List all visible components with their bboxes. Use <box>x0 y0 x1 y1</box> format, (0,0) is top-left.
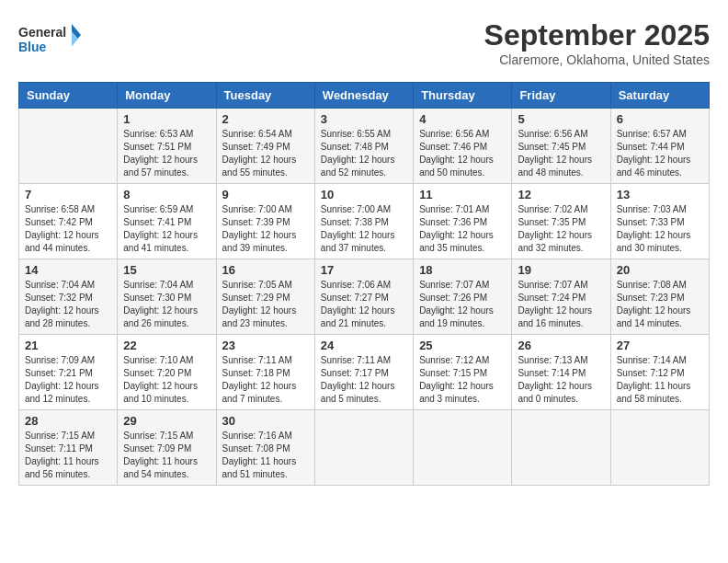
cell-info: Sunrise: 7:01 AM Sunset: 7:36 PM Dayligh… <box>419 203 506 255</box>
date-number: 17 <box>321 263 407 277</box>
calendar-cell: 11Sunrise: 7:01 AM Sunset: 7:36 PM Dayli… <box>414 184 512 259</box>
calendar-cell: 7Sunrise: 6:58 AM Sunset: 7:42 PM Daylig… <box>19 184 118 259</box>
calendar-cell: 13Sunrise: 7:03 AM Sunset: 7:33 PM Dayli… <box>610 184 709 259</box>
date-number: 12 <box>518 188 604 201</box>
day-header-sunday: Sunday <box>19 83 118 109</box>
calendar-cell: 26Sunrise: 7:13 AM Sunset: 7:14 PM Dayli… <box>512 335 610 410</box>
date-number: 15 <box>123 263 210 277</box>
calendar-cell: 29Sunrise: 7:15 AM Sunset: 7:09 PM Dayli… <box>118 410 216 486</box>
cell-info: Sunrise: 7:07 AM Sunset: 7:24 PM Dayligh… <box>518 279 604 330</box>
calendar-cell: 5Sunrise: 6:56 AM Sunset: 7:45 PM Daylig… <box>512 109 610 184</box>
date-number: 29 <box>123 414 210 428</box>
cell-info: Sunrise: 7:08 AM Sunset: 7:23 PM Dayligh… <box>617 279 703 330</box>
calendar-cell: 18Sunrise: 7:07 AM Sunset: 7:26 PM Dayli… <box>414 259 512 335</box>
calendar-cell: 19Sunrise: 7:07 AM Sunset: 7:24 PM Dayli… <box>512 259 610 335</box>
cell-info: Sunrise: 7:15 AM Sunset: 7:11 PM Dayligh… <box>25 430 111 481</box>
calendar-cell <box>414 410 512 486</box>
cell-info: Sunrise: 7:04 AM Sunset: 7:30 PM Dayligh… <box>123 279 210 330</box>
cell-info: Sunrise: 7:14 AM Sunset: 7:12 PM Dayligh… <box>617 354 703 406</box>
calendar-cell: 12Sunrise: 7:02 AM Sunset: 7:35 PM Dayli… <box>512 184 610 259</box>
cell-info: Sunrise: 7:10 AM Sunset: 7:20 PM Dayligh… <box>123 354 210 406</box>
cell-info: Sunrise: 7:11 AM Sunset: 7:17 PM Dayligh… <box>321 354 407 406</box>
date-number: 30 <box>222 414 309 428</box>
cell-info: Sunrise: 7:00 AM Sunset: 7:39 PM Dayligh… <box>222 203 309 255</box>
calendar-cell: 23Sunrise: 7:11 AM Sunset: 7:18 PM Dayli… <box>216 335 314 410</box>
date-number: 8 <box>123 188 210 201</box>
date-number: 19 <box>518 263 604 277</box>
calendar-cell: 6Sunrise: 6:57 AM Sunset: 7:44 PM Daylig… <box>610 109 709 184</box>
day-header-monday: Monday <box>118 83 216 109</box>
cell-info: Sunrise: 7:11 AM Sunset: 7:18 PM Dayligh… <box>222 354 309 406</box>
date-number: 27 <box>617 339 703 352</box>
cell-info: Sunrise: 6:58 AM Sunset: 7:42 PM Dayligh… <box>25 203 111 255</box>
logo: General Blue <box>18 18 83 60</box>
calendar-cell: 17Sunrise: 7:06 AM Sunset: 7:27 PM Dayli… <box>314 259 413 335</box>
day-header-tuesday: Tuesday <box>216 83 314 109</box>
date-number: 10 <box>321 188 407 201</box>
cell-info: Sunrise: 7:09 AM Sunset: 7:21 PM Dayligh… <box>25 354 111 406</box>
cell-info: Sunrise: 6:54 AM Sunset: 7:49 PM Dayligh… <box>222 128 309 179</box>
calendar-cell: 4Sunrise: 6:56 AM Sunset: 7:46 PM Daylig… <box>414 109 512 184</box>
cell-info: Sunrise: 6:59 AM Sunset: 7:41 PM Dayligh… <box>123 203 210 255</box>
calendar-cell: 28Sunrise: 7:15 AM Sunset: 7:11 PM Dayli… <box>19 410 118 486</box>
cell-info: Sunrise: 6:56 AM Sunset: 7:46 PM Dayligh… <box>419 128 506 179</box>
day-header-wednesday: Wednesday <box>314 83 413 109</box>
cell-info: Sunrise: 7:16 AM Sunset: 7:08 PM Dayligh… <box>222 430 309 481</box>
date-number: 6 <box>617 112 703 126</box>
cell-info: Sunrise: 7:04 AM Sunset: 7:32 PM Dayligh… <box>25 279 111 330</box>
date-number: 13 <box>617 188 703 201</box>
svg-text:Blue: Blue <box>18 40 47 54</box>
calendar-cell: 10Sunrise: 7:00 AM Sunset: 7:38 PM Dayli… <box>314 184 413 259</box>
date-number: 20 <box>617 263 703 277</box>
date-number: 16 <box>222 263 309 277</box>
date-number: 23 <box>222 339 309 352</box>
calendar-cell: 27Sunrise: 7:14 AM Sunset: 7:12 PM Dayli… <box>610 335 709 410</box>
calendar-cell: 25Sunrise: 7:12 AM Sunset: 7:15 PM Dayli… <box>414 335 512 410</box>
calendar-cell: 21Sunrise: 7:09 AM Sunset: 7:21 PM Dayli… <box>19 335 118 410</box>
date-number: 11 <box>419 188 506 201</box>
date-number: 26 <box>518 339 604 352</box>
cell-info: Sunrise: 6:53 AM Sunset: 7:51 PM Dayligh… <box>123 128 210 179</box>
day-header-saturday: Saturday <box>610 83 709 109</box>
calendar-cell: 1Sunrise: 6:53 AM Sunset: 7:51 PM Daylig… <box>118 109 216 184</box>
date-number: 24 <box>321 339 407 352</box>
calendar-cell <box>512 410 610 486</box>
logo-svg: General Blue <box>18 18 83 60</box>
date-number: 18 <box>419 263 506 277</box>
date-number: 25 <box>419 339 506 352</box>
date-number: 2 <box>222 112 309 126</box>
cell-info: Sunrise: 7:00 AM Sunset: 7:38 PM Dayligh… <box>321 203 407 255</box>
cell-info: Sunrise: 7:07 AM Sunset: 7:26 PM Dayligh… <box>419 279 506 330</box>
date-number: 7 <box>25 188 111 201</box>
calendar-cell: 24Sunrise: 7:11 AM Sunset: 7:17 PM Dayli… <box>314 335 413 410</box>
calendar-cell: 15Sunrise: 7:04 AM Sunset: 7:30 PM Dayli… <box>118 259 216 335</box>
month-title: September 2025 <box>484 18 710 52</box>
cell-info: Sunrise: 7:02 AM Sunset: 7:35 PM Dayligh… <box>518 203 604 255</box>
calendar-cell: 20Sunrise: 7:08 AM Sunset: 7:23 PM Dayli… <box>610 259 709 335</box>
location: Claremore, Oklahoma, United States <box>484 52 710 67</box>
cell-info: Sunrise: 7:06 AM Sunset: 7:27 PM Dayligh… <box>321 279 407 330</box>
calendar-cell: 30Sunrise: 7:16 AM Sunset: 7:08 PM Dayli… <box>216 410 314 486</box>
cell-info: Sunrise: 7:13 AM Sunset: 7:14 PM Dayligh… <box>518 354 604 406</box>
date-number: 5 <box>518 112 604 126</box>
calendar-cell <box>19 109 118 184</box>
calendar-cell: 8Sunrise: 6:59 AM Sunset: 7:41 PM Daylig… <box>118 184 216 259</box>
calendar-cell: 22Sunrise: 7:10 AM Sunset: 7:20 PM Dayli… <box>118 335 216 410</box>
calendar-cell <box>314 410 413 486</box>
cell-info: Sunrise: 6:55 AM Sunset: 7:48 PM Dayligh… <box>321 128 407 179</box>
date-number: 9 <box>222 188 309 201</box>
date-number: 1 <box>123 112 210 126</box>
title-block: September 2025 Claremore, Oklahoma, Unit… <box>484 18 710 67</box>
page-header: General Blue September 2025 Claremore, O… <box>18 18 710 67</box>
date-number: 14 <box>25 263 111 277</box>
calendar-table: SundayMondayTuesdayWednesdayThursdayFrid… <box>18 82 710 486</box>
date-number: 21 <box>25 339 111 352</box>
calendar-cell: 14Sunrise: 7:04 AM Sunset: 7:32 PM Dayli… <box>19 259 118 335</box>
cell-info: Sunrise: 7:05 AM Sunset: 7:29 PM Dayligh… <box>222 279 309 330</box>
cell-info: Sunrise: 6:56 AM Sunset: 7:45 PM Dayligh… <box>518 128 604 179</box>
date-number: 4 <box>419 112 506 126</box>
cell-info: Sunrise: 7:03 AM Sunset: 7:33 PM Dayligh… <box>617 203 703 255</box>
cell-info: Sunrise: 7:15 AM Sunset: 7:09 PM Dayligh… <box>123 430 210 481</box>
svg-text:General: General <box>18 25 66 40</box>
date-number: 22 <box>123 339 210 352</box>
